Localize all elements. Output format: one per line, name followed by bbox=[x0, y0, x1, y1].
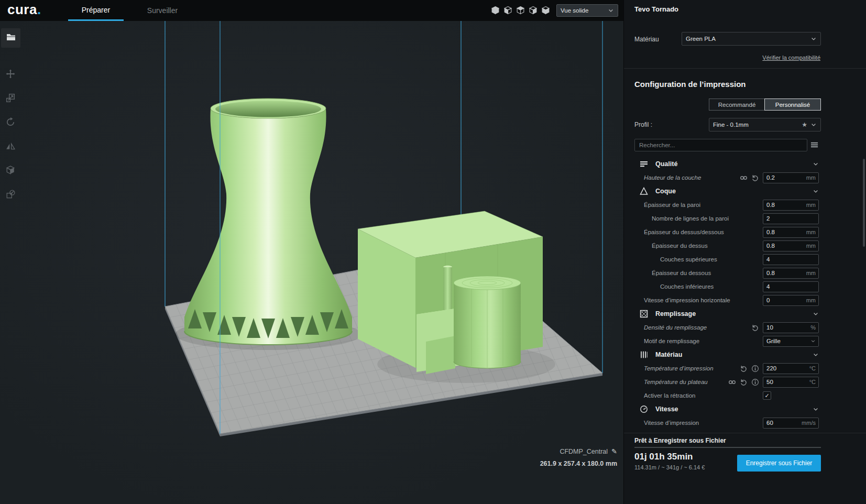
category-label: Qualité bbox=[655, 160, 677, 168]
horizontal-expansion-input[interactable]: 0mm bbox=[763, 295, 819, 306]
setting-label: Température d’impression bbox=[644, 365, 714, 371]
bottom-thickness-input[interactable]: 0.8mm bbox=[763, 268, 819, 279]
material-dropdown[interactable]: Green PLA bbox=[682, 32, 821, 46]
view-right-icon[interactable] bbox=[541, 6, 551, 15]
top-bottom-thickness-input[interactable]: 0.8mm bbox=[763, 227, 819, 238]
viewport-3d[interactable]: CFDMP_Central ✎ 261.9 x 257.4 x 180.0 mm bbox=[0, 21, 623, 504]
view-mode-dropdown[interactable]: Vue solide bbox=[556, 4, 618, 17]
material-value: Green PLA bbox=[686, 36, 807, 42]
setting-label: Densité du remplissage bbox=[644, 324, 707, 331]
category-label: Vitesse bbox=[655, 406, 678, 413]
setting-wall-thickness: Épaisseur de la paroi0.8mm bbox=[624, 198, 866, 212]
info-icon[interactable] bbox=[751, 378, 759, 386]
profile-dropdown[interactable]: Fine - 0.1mm ★ bbox=[709, 118, 821, 132]
cooling-tower-model[interactable] bbox=[184, 98, 352, 345]
mode-custom-button[interactable]: Personnalisé bbox=[764, 98, 821, 111]
profile-label: Profil : bbox=[634, 121, 652, 128]
category-shell[interactable]: Coque bbox=[624, 184, 866, 198]
mode-recommended-button[interactable]: Recommandé bbox=[709, 98, 765, 111]
print-time-estimate: 01j 01h 35min bbox=[634, 452, 693, 462]
material-usage-estimate: 114.31m / ~ 341g / ~ 6.14 € bbox=[634, 464, 705, 470]
progress-bar bbox=[634, 447, 821, 448]
top-layers-input[interactable]: 4 bbox=[763, 254, 819, 265]
job-status-text: Prêt à Enregistrer sous Fichier bbox=[634, 437, 726, 444]
build-plate-temperature-input[interactable]: 50°C bbox=[763, 377, 819, 388]
model-dimensions: 261.9 x 257.4 x 180.0 mm bbox=[540, 460, 617, 467]
setting-bottom-layers: Couches inférieures4 bbox=[624, 280, 866, 293]
open-file-icon bbox=[6, 32, 16, 45]
tab-surveiller-label: Surveiller bbox=[147, 6, 178, 15]
profile-value: Fine - 0.1mm bbox=[713, 122, 798, 128]
setting-label: Épaisseur du dessus/dessous bbox=[644, 229, 724, 235]
tab-preparer[interactable]: Préparer bbox=[68, 0, 124, 21]
setting-infill-pattern: Motif de remplissageGrille bbox=[624, 334, 866, 348]
link-icon[interactable] bbox=[728, 378, 736, 386]
revert-icon[interactable] bbox=[740, 378, 748, 386]
chevron-down-icon bbox=[810, 36, 817, 42]
save-to-file-button[interactable]: Enregistrer sous Fichier bbox=[737, 455, 821, 472]
infill-pattern-dropdown[interactable]: Grille bbox=[763, 336, 819, 347]
chevron-down-icon bbox=[608, 7, 614, 14]
print-speed-input[interactable]: 60mm/s bbox=[763, 418, 819, 429]
bottom-layers-input[interactable]: 4 bbox=[763, 281, 819, 292]
wall-line-count-input[interactable]: 2 bbox=[763, 213, 819, 224]
reactor-building-model[interactable] bbox=[358, 211, 543, 374]
star-icon[interactable]: ★ bbox=[802, 121, 807, 128]
check-compatibility-link[interactable]: Vérifier la compatibilité bbox=[762, 54, 820, 61]
revert-icon[interactable] bbox=[751, 174, 759, 182]
setting-label: Nombre de lignes de la paroi bbox=[652, 215, 729, 222]
quality-icon bbox=[640, 160, 649, 168]
open-file-button[interactable] bbox=[1, 28, 20, 48]
setting-print-speed: Vitesse d’impression60mm/s bbox=[624, 416, 866, 430]
info-icon[interactable] bbox=[751, 365, 759, 372]
rename-pencil-icon[interactable]: ✎ bbox=[611, 447, 617, 455]
revert-icon[interactable] bbox=[740, 365, 748, 372]
top-thickness-input[interactable]: 0.8mm bbox=[763, 240, 819, 251]
settings-search-input[interactable] bbox=[634, 139, 807, 151]
mirror-tool[interactable] bbox=[0, 134, 21, 158]
speed-icon bbox=[640, 405, 649, 413]
cura-window: cura. Préparer Surveiller Vue solide bbox=[0, 0, 866, 504]
view-left-icon[interactable] bbox=[529, 6, 538, 15]
enable-retraction-checkbox[interactable]: ✓ bbox=[763, 391, 771, 400]
category-speed[interactable]: Vitesse bbox=[624, 402, 866, 416]
settings-menu-icon[interactable] bbox=[810, 141, 818, 151]
material-label: Matériau bbox=[634, 36, 659, 43]
view-front-icon[interactable] bbox=[503, 6, 513, 15]
chevron-down-icon bbox=[813, 406, 819, 412]
chevron-down-icon bbox=[813, 161, 819, 167]
category-material[interactable]: Matériau bbox=[624, 348, 866, 361]
settings-scrollbar[interactable] bbox=[863, 159, 865, 247]
rotate-tool[interactable] bbox=[0, 110, 21, 134]
tab-surveiller[interactable]: Surveiller bbox=[137, 0, 188, 21]
printer-name: Tevo Tornado bbox=[634, 5, 678, 13]
support-blocker-tool[interactable] bbox=[0, 182, 21, 206]
category-label: Matériau bbox=[655, 351, 682, 358]
link-icon[interactable] bbox=[740, 174, 748, 182]
top-bar: cura. Préparer Surveiller Vue solide bbox=[0, 0, 623, 21]
wall-thickness-input[interactable]: 0.8mm bbox=[763, 200, 819, 211]
scale-tool[interactable] bbox=[0, 86, 21, 110]
setting-enable-retraction: Activer la rétraction✓ bbox=[624, 389, 866, 402]
move-tool[interactable] bbox=[0, 62, 21, 86]
cura-logo: cura. bbox=[7, 2, 41, 18]
view-mode-value: Vue solide bbox=[561, 7, 605, 14]
logo-dot: . bbox=[37, 2, 41, 17]
revert-icon[interactable] bbox=[751, 324, 759, 332]
per-model-settings-tool[interactable] bbox=[0, 158, 21, 182]
setting-bottom-thickness: Épaisseur du dessous0.8mm bbox=[624, 266, 866, 280]
setting-wall-line-count: Nombre de lignes de la paroi2 bbox=[624, 212, 866, 225]
model-name-row[interactable]: CFDMP_Central ✎ bbox=[560, 447, 617, 455]
layer-height-input[interactable]: 0.2mm bbox=[763, 172, 819, 183]
chevron-down-icon bbox=[810, 122, 817, 128]
category-infill[interactable]: Remplissage bbox=[624, 307, 866, 321]
setting-build-plate-temperature: Température du plateau50°C bbox=[624, 375, 866, 389]
infill-density-input[interactable]: 10% bbox=[763, 322, 819, 333]
view-3d-icon[interactable] bbox=[491, 6, 500, 15]
setting-label: Motif de remplissage bbox=[644, 338, 699, 344]
printing-temperature-input[interactable]: 220°C bbox=[763, 363, 819, 374]
category-quality[interactable]: Qualité bbox=[624, 157, 866, 171]
divider bbox=[624, 68, 866, 69]
view-orientation-group bbox=[491, 6, 551, 15]
view-top-icon[interactable] bbox=[516, 6, 525, 15]
